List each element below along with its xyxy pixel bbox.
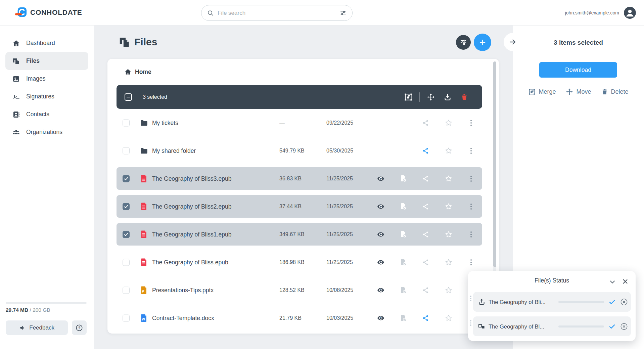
convert-file-icon[interactable] [397,175,410,183]
file-name[interactable]: The Geography of Bliss3.epub [152,175,231,182]
convert-file-icon[interactable] [397,258,410,266]
row-menu-icon[interactable] [464,119,478,127]
share-icon[interactable] [419,147,432,155]
speaker-icon [19,324,26,331]
add-file-button[interactable]: + [474,34,491,51]
sidebar-item-label: Organizations [26,129,62,136]
convert-file-icon[interactable] [397,286,410,294]
row-menu-icon[interactable] [464,230,478,238]
preview-eye-icon[interactable] [374,314,387,322]
download-selected-button[interactable] [442,91,453,103]
favorite-star-icon[interactable] [442,286,455,294]
share-icon[interactable] [419,203,432,210]
row-checkbox[interactable] [123,147,130,154]
action-label: Move [576,88,591,95]
file-name[interactable]: Contract-Template.docx [152,314,214,321]
table-row[interactable]: The Geography of Bliss2.epub37.44 KB11/2… [117,192,482,220]
favorite-star-icon[interactable] [442,119,455,127]
row-checkbox[interactable] [123,259,130,266]
file-name[interactable]: The Geography of Bliss1.epub [152,231,231,238]
favorite-star-icon[interactable] [442,314,455,322]
table-row[interactable]: The Geography of Bliss.epub186.98 KB11/2… [117,248,482,276]
select-all-checkbox[interactable] [125,93,132,101]
organizations-icon [12,128,20,136]
folder-icon [140,146,148,155]
sidebar-item-organizations[interactable]: Organizations [5,123,88,141]
home-icon [12,39,20,47]
convert-file-icon[interactable] [397,203,410,211]
file-date: 09/22/2025 [326,120,353,126]
row-checkbox[interactable] [123,231,130,238]
row-menu-icon[interactable] [464,203,478,211]
delete-action[interactable]: Delete [601,88,629,95]
file-name[interactable]: Presentations-Tips.pptx [152,287,214,294]
preview-eye-icon[interactable] [374,286,387,294]
brand-logo[interactable]: CONHOLDATE [15,7,82,18]
favorite-star-icon[interactable] [442,175,455,183]
table-row[interactable]: My shared folder549.79 KB05/30/2025 [117,137,482,165]
sidebar-item-signatures[interactable]: Signatures [5,88,88,105]
file-size: 549.79 KB [279,148,305,154]
sidebar-item-contacts[interactable]: Contacts [5,105,88,123]
epub-icon [140,174,148,183]
user-email: john.smith@example.com [565,10,619,15]
share-icon[interactable] [419,231,432,238]
convert-file-icon[interactable] [397,314,410,322]
favorite-star-icon[interactable] [442,258,455,266]
scrollbar-thumb[interactable] [493,61,496,267]
sidebar-item-files[interactable]: Files [5,52,88,70]
delete-selected-button[interactable] [459,91,470,103]
file-name[interactable]: My shared folder [152,147,196,154]
preview-eye-icon[interactable] [374,258,387,266]
favorite-star-icon[interactable] [442,203,455,211]
dismiss-item-icon[interactable] [620,298,628,306]
table-row[interactable]: The Geography of Bliss1.epub349.67 KB11/… [117,220,482,248]
move-selected-button[interactable] [425,91,436,103]
row-checkbox[interactable] [123,203,130,210]
row-checkbox[interactable] [123,175,130,182]
collapse-popup-icon[interactable] [608,278,616,286]
share-icon[interactable] [419,259,432,266]
table-row[interactable]: WContract-Template.docx21.79 KB10/03/202… [117,304,482,332]
user-avatar[interactable] [624,7,636,19]
preview-eye-icon[interactable] [374,203,387,211]
list-settings-button[interactable] [456,35,471,50]
feedback-button[interactable]: Feedback [6,320,68,335]
preview-eye-icon[interactable] [374,175,387,183]
search-input[interactable] [218,10,336,16]
table-row[interactable]: PPresentations-Tips.pptx128.52 KB10/08/2… [117,276,482,304]
dismiss-item-icon[interactable] [620,322,628,331]
row-checkbox[interactable] [123,119,130,126]
share-icon[interactable] [419,175,432,182]
move-action[interactable]: Move [566,88,591,95]
merge-selected-button[interactable] [403,91,414,103]
file-name[interactable]: The Geography of Bliss2.epub [152,203,231,210]
favorite-star-icon[interactable] [442,230,455,238]
breadcrumb[interactable]: Home [124,68,151,76]
row-menu-icon[interactable] [464,147,478,155]
share-icon[interactable] [419,119,432,127]
row-menu-icon[interactable] [464,175,478,183]
file-size: 349.67 KB [279,231,305,237]
search-bar[interactable] [201,5,353,21]
table-row[interactable]: My tickets—09/22/2025 [117,109,482,137]
close-popup-icon[interactable] [621,277,629,286]
row-checkbox[interactable] [123,314,130,321]
merge-action[interactable]: Merge [528,88,556,95]
share-icon[interactable] [419,287,432,294]
sidebar-item-dashboard[interactable]: Dashboard [5,34,88,52]
help-button[interactable]: ? [72,320,87,335]
row-checkbox[interactable] [123,287,130,294]
search-filters-icon[interactable] [339,9,347,17]
favorite-star-icon[interactable] [442,147,455,155]
file-name[interactable]: My tickets [152,119,178,126]
selection-summary: 3 items selected [513,39,644,46]
convert-file-icon[interactable] [397,230,410,238]
row-menu-icon[interactable] [464,258,478,266]
share-icon[interactable] [419,314,432,322]
download-button[interactable]: Download [539,62,617,78]
preview-eye-icon[interactable] [374,230,387,238]
file-name[interactable]: The Geography of Bliss.epub [152,259,228,266]
table-row[interactable]: The Geography of Bliss3.epub36.83 KB11/2… [117,165,482,192]
sidebar-item-images[interactable]: Images [5,70,88,88]
